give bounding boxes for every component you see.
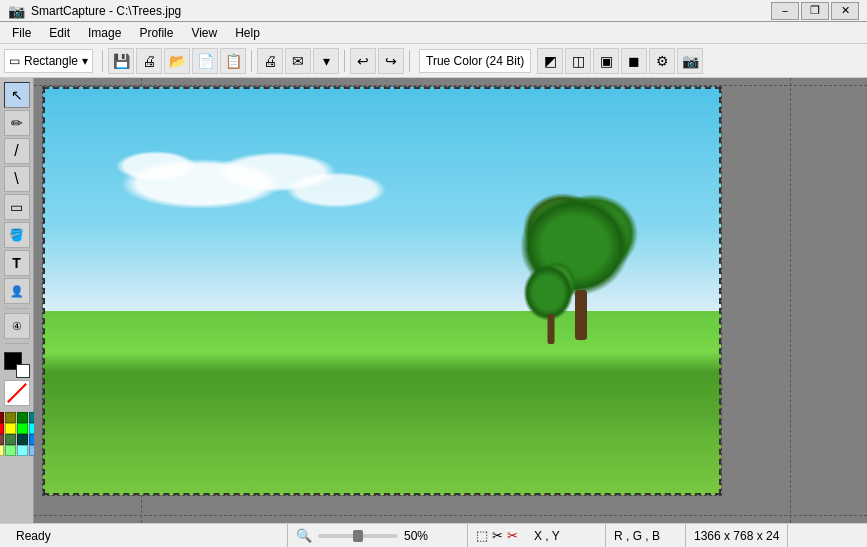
palette-color-12[interactable] xyxy=(17,423,28,434)
menu-item-view[interactable]: View xyxy=(183,24,225,42)
zoom-slider[interactable] xyxy=(318,534,398,538)
palette-color-11[interactable] xyxy=(5,423,16,434)
palette-color-26[interactable] xyxy=(0,445,4,456)
canvas-image xyxy=(43,87,721,495)
shape-icon: ▭ xyxy=(9,54,20,68)
tb-sep-2 xyxy=(251,50,252,72)
ruler-bottom xyxy=(34,515,867,516)
ready-text: Ready xyxy=(16,529,51,543)
restore-button[interactable]: ❐ xyxy=(801,2,829,20)
status-icon-select[interactable]: ⬚ xyxy=(476,528,488,543)
palette-color-2[interactable] xyxy=(0,412,4,423)
menu-bar: FileEditImageProfileViewHelp xyxy=(0,22,867,44)
color-balance-button[interactable]: ◫ xyxy=(565,48,591,74)
undo-button[interactable]: ↩ xyxy=(350,48,376,74)
palette-color-4[interactable] xyxy=(17,412,28,423)
toolbar-extra-buttons: ◩◫▣◼⚙📷 xyxy=(537,48,703,74)
left-tool-sep2 xyxy=(5,343,29,344)
title-text: SmartCapture - C:\Trees.jpg xyxy=(31,4,181,18)
stamp-tool[interactable]: 👤 xyxy=(4,278,30,304)
palette-color-19[interactable] xyxy=(5,434,16,445)
palette-color-27[interactable] xyxy=(5,445,16,456)
title-bar-controls: − ❐ ✕ xyxy=(771,2,859,20)
menu-item-profile[interactable]: Profile xyxy=(131,24,181,42)
zoom-icon: 🔍 xyxy=(296,528,312,543)
palette-color-3[interactable] xyxy=(5,412,16,423)
line-tool[interactable]: / xyxy=(4,138,30,164)
color-mode-display: True Color (24 Bit) xyxy=(419,49,531,73)
redo-button[interactable]: ↪ xyxy=(378,48,404,74)
save-button[interactable]: 💾 xyxy=(108,48,134,74)
toolbar-separator-1 xyxy=(102,50,103,72)
tree-small-foliage xyxy=(524,257,579,322)
email-button[interactable]: ✉ xyxy=(285,48,311,74)
title-bar-left: 📷 SmartCapture - C:\Trees.jpg xyxy=(8,3,181,19)
shape-selector[interactable]: ▭ Rectangle ▾ xyxy=(4,49,93,73)
left-tool-sep xyxy=(5,308,29,309)
main-area: ↖ ✏ / \ ▭ 🪣 T 👤 ④ xyxy=(0,78,867,523)
color-swatches[interactable] xyxy=(4,352,30,378)
tree-small-trunk xyxy=(548,314,555,344)
menu-item-help[interactable]: Help xyxy=(227,24,268,42)
print2-button[interactable]: 🖨 xyxy=(257,48,283,74)
status-icon-scissors[interactable]: ✂ xyxy=(492,528,503,543)
settings-button[interactable]: ⚙ xyxy=(649,48,675,74)
no-color-button[interactable] xyxy=(4,380,30,406)
text-tool[interactable]: T xyxy=(4,250,30,276)
app-icon: 📷 xyxy=(8,3,25,19)
menu-item-image[interactable]: Image xyxy=(80,24,129,42)
shape-dropdown-icon: ▾ xyxy=(82,54,88,68)
color-values-text: R , G , B xyxy=(614,529,660,543)
tb-sep-3 xyxy=(344,50,345,72)
title-bar: 📷 SmartCapture - C:\Trees.jpg − ❐ ✕ xyxy=(0,0,867,22)
shape-label: Rectangle xyxy=(24,54,78,68)
print-button[interactable]: 🖨 xyxy=(136,48,162,74)
status-dimensions: 1366 x 768 x 24 xyxy=(686,524,788,547)
zoom-thumb[interactable] xyxy=(353,530,363,542)
palette-color-10[interactable] xyxy=(0,423,4,434)
menu-item-edit[interactable]: Edit xyxy=(41,24,78,42)
status-bar: Ready 🔍 50% ⬚ ✂ ✂ X , Y R , G , B 1366 x… xyxy=(0,523,867,547)
menu-item-file[interactable]: File xyxy=(4,24,39,42)
save-as-button[interactable]: 📋 xyxy=(220,48,246,74)
rectangle-tool[interactable]: ▭ xyxy=(4,194,30,220)
select-tool[interactable]: ↖ xyxy=(4,82,30,108)
background-color[interactable] xyxy=(16,364,30,378)
toolbar-buttons: 💾🖨📂📄📋🖨✉▾↩↪ xyxy=(108,48,404,74)
contrast-button[interactable]: ◼ xyxy=(621,48,647,74)
levels-button[interactable]: ▣ xyxy=(593,48,619,74)
number-tool[interactable]: ④ xyxy=(4,313,30,339)
status-zoom-section: 🔍 50% xyxy=(288,524,468,547)
canvas-area[interactable] xyxy=(34,78,867,523)
dimensions-text: 1366 x 768 x 24 xyxy=(694,529,779,543)
zoom-percent: 50% xyxy=(404,529,428,543)
new-button[interactable]: 📄 xyxy=(192,48,218,74)
email-dropdown-button[interactable]: ▾ xyxy=(313,48,339,74)
status-coords: X , Y xyxy=(526,524,606,547)
tree-small xyxy=(521,254,581,344)
line2-tool[interactable]: \ xyxy=(4,166,30,192)
pencil-tool[interactable]: ✏ xyxy=(4,110,30,136)
left-toolbar: ↖ ✏ / \ ▭ 🪣 T 👤 ④ xyxy=(0,78,34,523)
status-color-values: R , G , B xyxy=(606,524,686,547)
status-icons: ⬚ ✂ ✂ xyxy=(468,528,526,543)
canvas-image-container xyxy=(42,86,722,496)
ruler-right xyxy=(790,78,791,523)
toolbar-separator-2 xyxy=(409,50,410,72)
minimize-button[interactable]: − xyxy=(771,2,799,20)
fill-tool[interactable]: 🪣 xyxy=(4,222,30,248)
status-ready: Ready xyxy=(8,524,288,547)
palette-color-18[interactable] xyxy=(0,434,4,445)
close-button[interactable]: ✕ xyxy=(831,2,859,20)
palette-color-20[interactable] xyxy=(17,434,28,445)
grayscale-button[interactable]: ◩ xyxy=(537,48,563,74)
palette-color-28[interactable] xyxy=(17,445,28,456)
coords-text: X , Y xyxy=(534,529,560,543)
toolbar: ▭ Rectangle ▾ 💾🖨📂📄📋🖨✉▾↩↪ True Color (24 … xyxy=(0,44,867,78)
open-button[interactable]: 📂 xyxy=(164,48,190,74)
status-icon-cut[interactable]: ✂ xyxy=(507,528,518,543)
capture-button[interactable]: 📷 xyxy=(677,48,703,74)
